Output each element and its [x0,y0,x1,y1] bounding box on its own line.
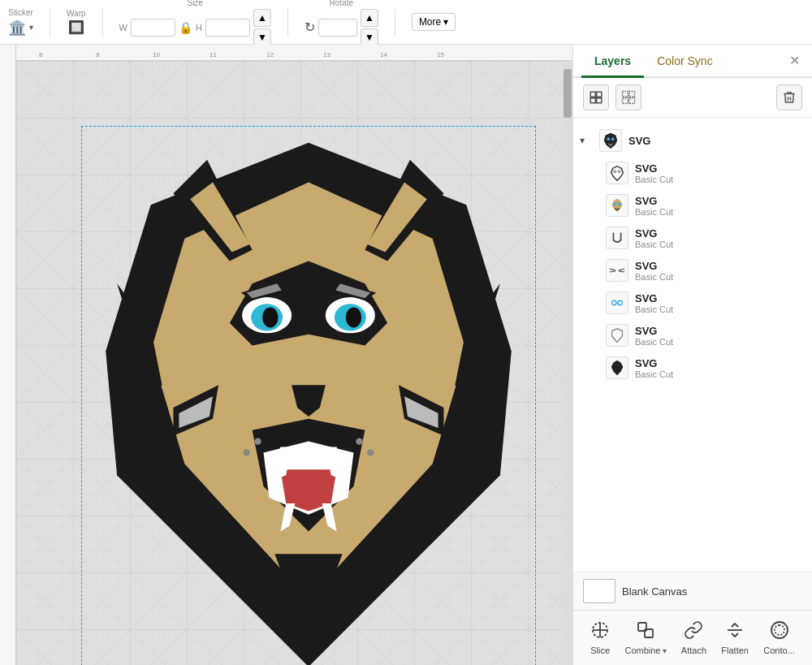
tab-color-sync[interactable]: Color Sync [644,45,725,78]
main-toolbar: Sticker 🏛️ ▾ Warp 🔲 Size W 🔒 H ▲ ▼ Rotat… [0,0,812,45]
ruler-top: 8 9 10 11 12 13 14 15 [0,45,572,61]
ruler-tick-8: 8 [39,51,42,58]
delete-btn[interactable] [776,84,802,110]
layer-type-2: Basic Cut [635,207,673,217]
panel-close-btn[interactable]: ✕ [785,45,804,76]
ruler-left [0,45,16,665]
svg-point-8 [356,438,362,444]
tab-layers[interactable]: Layers [581,45,644,78]
sticker-arrow[interactable]: ▾ [29,23,33,32]
rotate-input[interactable] [318,19,357,37]
flatten-icon [725,620,745,644]
ruler-tick-11: 11 [209,51,217,58]
divider-2 [102,8,103,37]
svg-point-22 [613,202,616,205]
more-button[interactable]: More ▾ [412,13,456,31]
group-btn[interactable] [583,84,609,110]
layer-list[interactable]: ▾ SVG [573,118,812,572]
ruler-tick-9: 9 [96,51,99,58]
svg-point-29 [618,300,623,305]
svg-point-9 [367,449,374,456]
main-area: 8 9 10 11 12 13 14 15 [0,45,812,665]
size-label: Size [187,0,202,7]
sticker-icon: 🏛️ [8,19,26,37]
svg-rect-13 [597,98,602,103]
ruler-tick-10: 10 [153,51,160,58]
divider-1 [50,8,50,37]
warp-group: Warp 🔲 [67,9,86,35]
svg-rect-17 [629,98,635,104]
flatten-btn[interactable]: Flatten [715,617,755,659]
layer-thumb-6 [606,324,628,347]
svg-rect-11 [597,92,602,97]
flatten-label: Flatten [721,646,749,655]
layer-name-1: SVG [635,162,673,175]
size-group: Size W 🔒 H ▲ ▼ [119,0,271,46]
blank-canvas-row[interactable]: Blank Canvas [573,572,812,610]
layer-type-1: Basic Cut [635,175,673,184]
size-up-btn[interactable]: ▲ [253,9,271,27]
layer-info-2: SVG Basic Cut [635,195,673,217]
svg-point-5 [346,307,361,327]
layer-name-6: SVG [635,325,673,337]
svg-point-28 [612,300,617,305]
ungroup-btn[interactable] [615,84,641,110]
rotate-up-btn[interactable]: ▲ [361,9,378,27]
layer-info-5: SVG Basic Cut [635,292,673,314]
ruler-tick-14: 14 [380,51,387,58]
divider-3 [287,8,288,37]
size-down-btn[interactable]: ▼ [253,28,271,46]
svg-rect-15 [629,92,635,97]
layer-item-5[interactable]: SVG Basic Cut [573,287,812,319]
rotate-down-btn[interactable]: ▼ [361,28,378,46]
scrollbar-thumb[interactable] [564,69,572,118]
attach-icon [684,620,703,644]
rotate-label: Rotate [330,0,353,7]
layer-item-2[interactable]: SVG Basic Cut [573,189,812,222]
svg-point-7 [244,449,250,456]
slice-label: Slice [590,646,610,655]
size-h-input[interactable] [205,19,250,37]
layer-item-7[interactable]: SVG Basic Cut [573,352,812,384]
svg-point-18 [607,137,610,140]
canvas-area[interactable]: 8 9 10 11 12 13 14 15 [0,45,572,665]
ruler-tick-13: 13 [323,51,330,58]
wolf-logo[interactable] [81,126,536,665]
vertical-scrollbar[interactable] [563,61,572,665]
svg-point-19 [611,137,615,140]
more-arrow: ▾ [443,16,448,28]
layer-thumb-3 [606,227,628,249]
attach-btn[interactable]: Attach [675,617,713,659]
combine-btn[interactable]: Combine ▾ [618,617,672,659]
layer-thumb-wolf-dark [599,129,622,152]
layer-thumb-2 [606,194,628,217]
group-icon [589,90,603,105]
layer-name-5: SVG [635,292,673,304]
combine-label: Combine [624,646,660,655]
svg-rect-14 [623,92,628,97]
layer-item-1[interactable]: SVG Basic Cut [573,157,812,189]
slice-btn[interactable]: Slice [584,617,616,659]
svg-point-4 [262,307,278,327]
panel-bottom-toolbar: Slice Combine ▾ [573,610,812,665]
divider-4 [395,8,395,37]
combine-dropdown-arrow[interactable]: ▾ [663,646,667,655]
contour-label: Conto... [763,646,795,655]
layer-item-6[interactable]: SVG Basic Cut [573,319,812,352]
svg-line-25 [610,271,615,272]
size-h-label: H [196,23,202,32]
layer-item-3[interactable]: SVG Basic Cut [573,222,812,254]
right-panel: Layers Color Sync ✕ [572,45,812,665]
layer-thumb-1 [606,162,628,184]
size-w-label: W [119,23,127,32]
warp-label: Warp [67,9,86,18]
layer-item-4[interactable]: SVG Basic Cut [573,254,812,287]
layer-name-4: SVG [635,260,673,272]
ruler-tick-15: 15 [437,51,444,58]
combine-btn-group: Combine ▾ [618,617,672,659]
svg-rect-12 [590,98,595,103]
layer-item-svg-group[interactable]: ▾ SVG [573,124,812,157]
size-w-input[interactable] [131,19,175,37]
contour-btn[interactable]: Conto... [757,617,801,659]
more-label: More [419,16,441,28]
